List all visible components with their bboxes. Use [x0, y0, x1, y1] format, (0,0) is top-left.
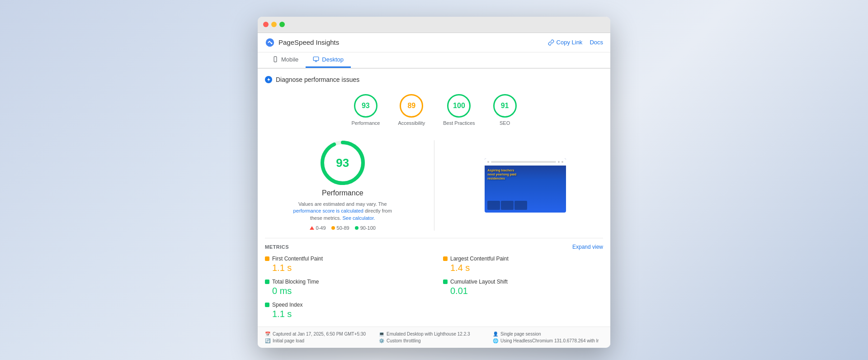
img-block-1	[487, 201, 500, 210]
score-performance: 93 Performance	[351, 94, 380, 126]
metric-cls-value: 0.01	[443, 286, 603, 296]
footer-captured-text: Captured at Jan 17, 2025, 6:50 PM GMT+5:…	[273, 332, 366, 336]
headline-text1: Aspiring teachers	[487, 169, 514, 172]
performance-section: 93 Performance Values are estimated and …	[265, 140, 420, 231]
perf-score-link[interactable]: performance score is calculated	[293, 208, 363, 213]
footer-throttling: ⚙️ Custom throttling	[379, 338, 489, 343]
diagnose-icon	[265, 76, 272, 83]
tab-desktop[interactable]: Desktop	[306, 52, 351, 68]
nav-bar	[491, 161, 556, 163]
screenshot-images	[487, 201, 563, 210]
score-best-practices: 100 Best Practices	[443, 94, 475, 126]
screenshot-inner: Aspiring teachers need yearlong paid res…	[485, 158, 566, 213]
score-seo: 91 SEO	[493, 94, 517, 126]
score-circle-best-practices: 100	[447, 94, 471, 118]
screenshot-preview: Aspiring teachers need yearlong paid res…	[485, 158, 566, 213]
nav-dot-3	[561, 161, 563, 163]
metric-lcp-dot	[443, 256, 448, 261]
docs-link[interactable]: Docs	[590, 39, 603, 46]
big-score-value: 93	[336, 156, 349, 170]
metric-tbt-value: 0 ms	[265, 286, 425, 296]
footer-chromium: 🌐 Using HeadlessChromium 131.0.6778.264 …	[493, 338, 603, 343]
metric-si: Speed Index 1.1 s	[265, 302, 425, 319]
link-icon	[548, 39, 554, 46]
scores-row: 93 Performance 89 Accessibility 100 Best…	[265, 90, 603, 129]
metrics-label: METRICS	[265, 244, 289, 250]
headline-text2: need	[487, 173, 495, 176]
average-dot	[331, 226, 335, 230]
metric-lcp: Largest Contentful Paint 1.4 s	[443, 256, 603, 273]
maximize-button[interactable]	[279, 22, 285, 27]
legend-fail-label: 0-49	[316, 225, 326, 231]
legend-pass-label: 90-100	[360, 225, 376, 231]
footer-pageload-text: Initial page load	[273, 338, 304, 343]
reload-icon: 🔄	[265, 338, 270, 343]
calc-link[interactable]: See calculator.	[342, 215, 375, 221]
diagnose-title: Diagnose performance issues	[276, 76, 359, 83]
legend: 0-49 50-89 90-100	[310, 225, 376, 231]
header-bar: PageSpeed Insights Copy Link Docs	[258, 33, 610, 52]
desktop-icon	[313, 56, 319, 62]
metric-si-dot	[265, 303, 269, 307]
metric-cls-name: Cumulative Layout Shift	[450, 279, 508, 285]
gear-icon: ⚙️	[379, 338, 384, 343]
main-content: Diagnose performance issues 93 Performan…	[258, 69, 610, 327]
score-circle-accessibility: 89	[400, 94, 423, 118]
nav-dot-1	[487, 161, 489, 163]
tab-mobile[interactable]: Mobile	[265, 52, 306, 68]
score-label-performance: Performance	[351, 120, 380, 126]
desktop-small-icon: 💻	[379, 332, 384, 336]
header-actions: Copy Link Docs	[548, 39, 603, 46]
titlebar	[258, 17, 610, 33]
calendar-icon: 📅	[265, 332, 270, 336]
metric-tbt-name: Total Blocking Time	[272, 279, 319, 285]
pagespeed-logo	[265, 38, 275, 47]
perf-note: Values are estimated and may vary. The p…	[288, 201, 397, 222]
brand-name: PageSpeed Insights	[278, 38, 339, 46]
screenshot-headline: Aspiring teachers need yearlong paid res…	[487, 168, 563, 180]
globe-icon: 🌐	[493, 338, 498, 343]
metrics-grid: First Contentful Paint 1.1 s Largest Con…	[265, 256, 603, 319]
metric-fcp: First Contentful Paint 1.1 s	[265, 256, 425, 273]
metric-fcp-name: First Contentful Paint	[272, 256, 323, 262]
copy-link-label: Copy Link	[557, 39, 583, 46]
perf-note-text1: Values are estimated and may vary. The	[298, 201, 387, 207]
score-accessibility: 89 Accessibility	[398, 94, 425, 126]
score-circle-performance: 93	[354, 94, 377, 118]
screenshot-nav	[485, 158, 566, 166]
perf-title: Performance	[322, 189, 363, 197]
legend-average-label: 50-89	[337, 225, 349, 231]
metric-cls-name-row: Cumulative Layout Shift	[443, 279, 603, 285]
expand-view-button[interactable]: Expand view	[572, 244, 603, 250]
copy-link-button[interactable]: Copy Link	[548, 39, 583, 46]
score-value-accessibility: 89	[407, 102, 415, 110]
footer-session-text: Single page session	[500, 332, 541, 336]
screenshot-section: Aspiring teachers need yearlong paid res…	[448, 140, 604, 231]
footer-pageload: 🔄 Initial page load	[265, 338, 375, 343]
traffic-lights	[263, 22, 285, 27]
metric-tbt-dot	[265, 279, 269, 284]
mobile-icon	[272, 56, 278, 62]
footer-bar: 📅 Captured at Jan 17, 2025, 6:50 PM GMT+…	[258, 327, 610, 348]
metric-tbt-name-row: Total Blocking Time	[265, 279, 425, 285]
legend-average: 50-89	[331, 225, 349, 231]
close-button[interactable]	[263, 22, 269, 27]
minimize-button[interactable]	[271, 22, 277, 27]
brand: PageSpeed Insights	[265, 38, 339, 47]
svg-point-1	[271, 43, 273, 44]
score-value-performance: 93	[362, 102, 370, 110]
metric-lcp-name: Largest Contentful Paint	[450, 256, 509, 262]
fail-icon	[310, 226, 314, 230]
metric-tbt: Total Blocking Time 0 ms	[265, 279, 425, 296]
metric-cls-dot	[443, 279, 448, 284]
footer-emulated-text: Emulated Desktop with Lighthouse 12.2.3	[387, 332, 470, 336]
metrics-section: METRICS Expand view First Contentful Pai…	[265, 238, 603, 319]
pass-dot	[355, 226, 359, 230]
metric-fcp-value: 1.1 s	[265, 263, 425, 273]
img-block-3	[514, 201, 527, 210]
score-circle-seo: 91	[493, 94, 517, 118]
footer-emulated: 💻 Emulated Desktop with Lighthouse 12.2.…	[379, 332, 489, 336]
footer-session: 👤 Single page session	[493, 332, 603, 336]
metrics-header: METRICS Expand view	[265, 244, 603, 250]
nav-dot-2	[558, 161, 560, 163]
